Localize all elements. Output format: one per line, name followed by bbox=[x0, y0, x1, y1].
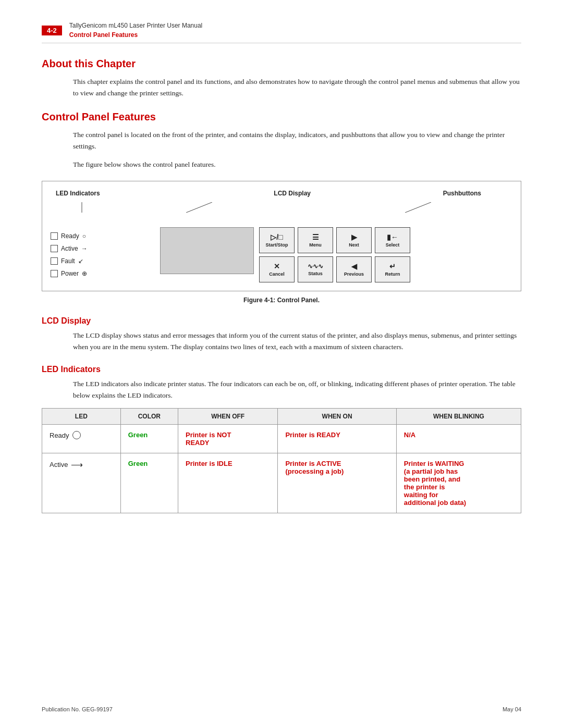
next-label: Next bbox=[349, 242, 359, 248]
active-arrow-icon: ⟶ bbox=[71, 460, 83, 470]
led-active-icon: → bbox=[81, 245, 88, 252]
select-label: Select bbox=[386, 242, 400, 248]
menu-icon: ☰ bbox=[312, 233, 319, 241]
led-table: LED COLOR WHEN OFF WHEN ON WHEN BLINKING… bbox=[42, 408, 521, 513]
ready-when-on-cell: Printer is READY bbox=[278, 425, 396, 453]
cancel-icon: ✕ bbox=[274, 262, 280, 270]
menu-label: Menu bbox=[309, 242, 322, 248]
active-when-on-cell: Printer is ACTIVE(processing a job) bbox=[278, 453, 396, 513]
ready-color-cell: Green bbox=[120, 425, 178, 453]
control-panel-body2: The figure below shows the control panel… bbox=[73, 159, 521, 170]
table-row-active: Active ⟶ Green Printer is IDLE Printer i… bbox=[42, 453, 521, 513]
btn-previous[interactable]: ◀ Previous bbox=[336, 256, 372, 282]
btn-select-unit: ▮← Select bbox=[375, 227, 410, 253]
return-icon: ↵ bbox=[389, 262, 396, 270]
btn-startstop-unit: ▷/□ Start/Stop bbox=[259, 227, 295, 253]
active-led-cell: Active ⟶ bbox=[42, 453, 121, 513]
btn-select[interactable]: ▮← Select bbox=[375, 227, 410, 253]
led-active-square bbox=[51, 245, 58, 252]
pushbuttons-section: ▷/□ Start/Stop ☰ Menu bbox=[259, 227, 512, 282]
led-heading: LED Indicators bbox=[42, 365, 521, 374]
footer-left: Publication No. GEG-99197 bbox=[42, 706, 113, 712]
ready-when-blinking-cell: N/A bbox=[396, 425, 521, 453]
btn-cancel-unit: ✕ Cancel bbox=[259, 256, 295, 282]
led-fault: Fault ↙ bbox=[51, 257, 155, 265]
lcd-display-label: LCD Display bbox=[274, 190, 311, 197]
led-section: LED Indicators The LED indicators also i… bbox=[42, 365, 521, 513]
led-indicators-label: LED Indicators bbox=[56, 190, 100, 197]
lcd-body: The LCD display shows status and error m… bbox=[73, 330, 521, 352]
btn-menu-unit: ☰ Menu bbox=[298, 227, 333, 253]
header-title: TallyGenicom mL450 Laser Printer User Ma… bbox=[69, 21, 202, 30]
header-subtitle: Control Panel Features bbox=[69, 30, 202, 40]
btn-startstop[interactable]: ▷/□ Start/Stop bbox=[259, 227, 295, 253]
col-color: COLOR bbox=[120, 409, 178, 425]
ready-led-text: Ready bbox=[50, 431, 69, 439]
lcd-section: LCD Display The LCD display shows status… bbox=[42, 316, 521, 352]
btn-menu[interactable]: ☰ Menu bbox=[298, 227, 333, 253]
page-header: 4-2 TallyGenicom mL450 Laser Printer Use… bbox=[42, 21, 521, 43]
control-panel-section: Control Panel Features The control panel… bbox=[42, 111, 521, 304]
btn-return-unit: ↵ Return bbox=[375, 256, 410, 282]
btn-next[interactable]: ▶ Next bbox=[336, 227, 372, 253]
col-led: LED bbox=[42, 409, 121, 425]
page-number: 4-2 bbox=[42, 26, 62, 35]
svg-line-1 bbox=[186, 202, 212, 213]
lcd-heading: LCD Display bbox=[42, 316, 521, 326]
led-ready-square bbox=[51, 232, 58, 240]
about-chapter-body: This chapter explains the control panel … bbox=[73, 76, 521, 98]
buttons-bottom-row: ✕ Cancel ∿∿∿ Status bbox=[259, 256, 512, 282]
led-power-square bbox=[51, 270, 58, 277]
panel-body: Ready ○ Active → Fault ↙ bbox=[51, 227, 512, 282]
ready-circle-icon bbox=[72, 431, 81, 439]
btn-status[interactable]: ∿∿∿ Status bbox=[298, 256, 333, 282]
btn-previous-unit: ◀ Previous bbox=[336, 256, 372, 282]
ready-led-wrap: Ready bbox=[50, 431, 113, 439]
led-body: The LED indicators also indicate printer… bbox=[73, 378, 521, 401]
lcd-display-box bbox=[160, 227, 254, 274]
led-power: Power ⊕ bbox=[51, 270, 155, 277]
previous-label: Previous bbox=[344, 272, 364, 277]
figure-caption: Figure 4-1: Control Panel. bbox=[42, 297, 521, 304]
active-when-off-cell: Printer is IDLE bbox=[178, 453, 278, 513]
col-when-off: WHEN OFF bbox=[178, 409, 278, 425]
header-text: TallyGenicom mL450 Laser Printer User Ma… bbox=[69, 21, 202, 40]
led-active: Active → bbox=[51, 245, 155, 252]
btn-next-unit: ▶ Next bbox=[336, 227, 372, 253]
status-icon: ∿∿∿ bbox=[308, 263, 323, 270]
btn-cancel[interactable]: ✕ Cancel bbox=[259, 256, 295, 282]
led-ready: Ready ○ bbox=[51, 232, 155, 240]
led-power-icon: ⊕ bbox=[82, 270, 87, 277]
buttons-top-row: ▷/□ Start/Stop ☰ Menu bbox=[259, 227, 512, 253]
figure-container: LED Indicators LCD Display Pushbuttons bbox=[42, 181, 521, 291]
return-label: Return bbox=[385, 272, 400, 277]
active-color-cell: Green bbox=[120, 453, 178, 513]
led-indicators-section: Ready ○ Active → Fault ↙ bbox=[51, 227, 155, 282]
active-when-blinking-cell: Printer is WAITING(a partial job hasbeen… bbox=[396, 453, 521, 513]
cancel-label: Cancel bbox=[269, 272, 285, 277]
control-panel-body1: The control panel is located on the fron… bbox=[73, 129, 521, 152]
led-active-label: Active bbox=[61, 245, 78, 252]
ready-when-off-cell: Printer is NOTREADY bbox=[178, 425, 278, 453]
previous-icon: ◀ bbox=[351, 262, 357, 270]
led-ready-label: Ready bbox=[61, 232, 79, 240]
led-fault-icon: ↙ bbox=[78, 257, 83, 265]
connector-lines bbox=[51, 202, 512, 213]
next-icon: ▶ bbox=[351, 233, 357, 241]
led-fault-square bbox=[51, 257, 58, 265]
table-header-row: LED COLOR WHEN OFF WHEN ON WHEN BLINKING bbox=[42, 409, 521, 425]
control-panel-figure: LED Indicators LCD Display Pushbuttons bbox=[42, 181, 521, 304]
status-label: Status bbox=[308, 271, 323, 276]
table-row-ready: Ready Green Printer is NOTREADY Printer … bbox=[42, 425, 521, 453]
footer-right: May 04 bbox=[503, 706, 521, 712]
led-ready-icon: ○ bbox=[82, 232, 86, 240]
led-fault-label: Fault bbox=[61, 257, 75, 265]
startstop-label: Start/Stop bbox=[265, 242, 288, 248]
page-footer: Publication No. GEG-99197 May 04 bbox=[42, 706, 521, 712]
btn-return[interactable]: ↵ Return bbox=[375, 256, 410, 282]
svg-line-2 bbox=[405, 202, 431, 213]
btn-status-unit: ∿∿∿ Status bbox=[298, 256, 333, 282]
active-led-wrap: Active ⟶ bbox=[50, 460, 113, 470]
pushbuttons-label: Pushbuttons bbox=[443, 190, 481, 197]
select-icon: ▮← bbox=[387, 233, 398, 241]
